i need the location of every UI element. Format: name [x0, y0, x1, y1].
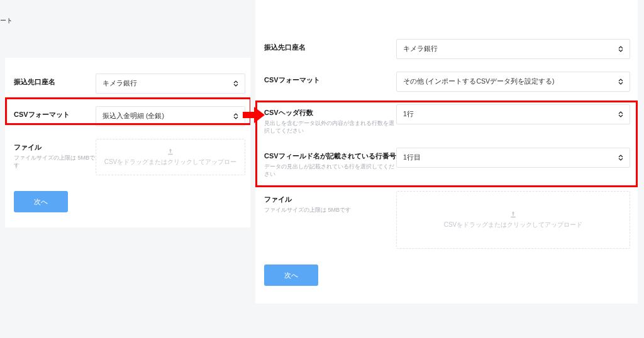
select-header-rows-value: 1行 [403, 110, 414, 119]
upload-icon [509, 210, 517, 218]
select-account-name[interactable]: キメラ銀行 [396, 39, 630, 59]
label-file-sub: ファイルサイズの上限は 5MBです [264, 206, 396, 214]
label-account-name: 振込先口座名 [264, 43, 396, 52]
next-button[interactable]: 次へ [14, 191, 68, 212]
row-account-name: 振込先口座名 キメラ銀行 [255, 37, 638, 61]
updown-icon [618, 79, 623, 85]
updown-icon [618, 111, 623, 117]
updown-icon [233, 113, 238, 119]
label-header-rows-sub: 見出しを含むデータ以外の内容が含まれる行数を選択してください [264, 119, 396, 135]
label-file-sub: ファイルサイズの上限は 5MBです [14, 154, 96, 170]
row-fieldname-row: CSVフィールド名が記載されている行番号 データの見出しが記載されている行を選択… [255, 146, 638, 180]
select-csv-format-value: その他 (インポートするCSVデータ列を設定する) [403, 77, 555, 86]
updown-icon [618, 46, 623, 52]
button-row: 次へ [5, 180, 250, 212]
select-csv-format[interactable]: その他 (インポートするCSVデータ列を設定する) [396, 72, 630, 92]
button-row: 次へ [255, 253, 638, 286]
select-fieldname-row[interactable]: 1行目 [396, 148, 630, 168]
row-header-rows: CSVヘッダ行数 見出しを含むデータ以外の内容が含まれる行数を選択してください … [255, 102, 638, 137]
label-fieldname-row-sub: データの見出しが記載されている行を選択してください [264, 163, 396, 178]
select-fieldname-row-value: 1行目 [403, 153, 421, 162]
before-panel: ート 振込先口座名 キメラ銀行 CSVフォーマット [0, 0, 250, 338]
row-file: ファイル ファイルサイズの上限は 5MBです CSVをドラッグまたはクリックして… [5, 137, 250, 177]
next-button[interactable]: 次へ [264, 264, 318, 286]
dropzone-text: CSVをドラッグまたはクリックしてアップロー [104, 158, 237, 166]
row-account-name: 振込先口座名 キメラ銀行 [5, 72, 250, 95]
dropzone-text: CSVをドラッグまたはクリックしてアップロード [444, 221, 583, 229]
after-panel: 振込先口座名 キメラ銀行 CSVフォーマット その他 (インポートするCSV [250, 0, 644, 338]
select-csv-format-value: 振込入金明細 (全銀) [103, 112, 164, 121]
select-header-rows[interactable]: 1行 [396, 104, 630, 124]
select-csv-format[interactable]: 振込入金明細 (全銀) [96, 106, 245, 126]
upload-icon [167, 148, 174, 155]
label-header-rows: CSVヘッダ行数 [264, 108, 396, 117]
file-dropzone[interactable]: CSVをドラッグまたはクリックしてアップロー [96, 139, 245, 175]
updown-icon [233, 80, 238, 87]
label-file: ファイル [264, 195, 396, 204]
updown-icon [618, 155, 623, 161]
left-form-card: 振込先口座名 キメラ銀行 CSVフォーマット 振込入金明細 (全銀) [5, 58, 250, 227]
label-csv-format: CSVフォーマット [264, 75, 396, 85]
row-file: ファイル ファイルサイズの上限は 5MBです CSVをドラッグまたはクリックして… [255, 189, 638, 251]
label-fieldname-row: CSVフィールド名が記載されている行番号 [264, 151, 396, 161]
row-csv-format: CSVフォーマット その他 (インポートするCSVデータ列を設定する) [255, 70, 638, 94]
next-button-label: 次へ [284, 271, 298, 280]
select-account-name[interactable]: キメラ銀行 [96, 74, 245, 94]
label-file: ファイル [14, 143, 96, 152]
select-account-value: キメラ銀行 [103, 79, 137, 88]
truncated-text: ート [0, 16, 13, 25]
arrow-right-icon [243, 106, 265, 124]
label-csv-format: CSVフォーマット [14, 110, 96, 119]
row-csv-format: CSVフォーマット 振込入金明細 (全銀) [5, 104, 250, 128]
next-button-label: 次へ [34, 197, 48, 207]
right-form-card: 振込先口座名 キメラ銀行 CSVフォーマット その他 (インポートするCSV [255, 0, 638, 303]
file-dropzone[interactable]: CSVをドラッグまたはクリックしてアップロード [396, 191, 630, 249]
label-account-name: 振込先口座名 [14, 77, 96, 87]
select-account-value: キメラ銀行 [403, 45, 438, 53]
